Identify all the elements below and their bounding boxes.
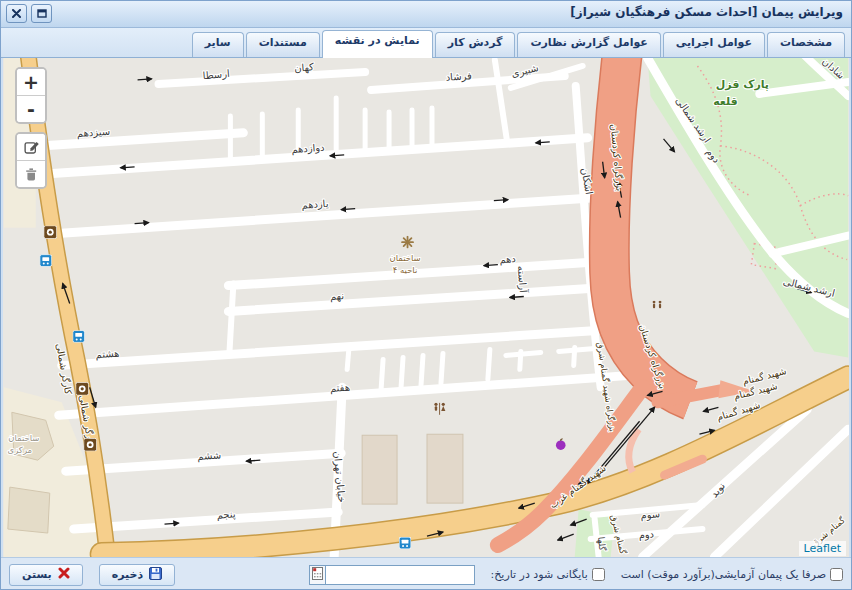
window-controls <box>6 4 52 23</box>
map-label: ناحیه ۴ <box>393 265 418 275</box>
save-button-label: ذخیره <box>112 568 143 581</box>
calendar-icon <box>312 567 323 583</box>
map-label: پارک قزل <box>716 78 769 91</box>
metro-station-icon <box>44 226 57 239</box>
bus-stop-icon <box>399 537 411 549</box>
metro-station-icon <box>76 382 89 395</box>
map-label: آراسته <box>516 265 530 294</box>
trial-contract-label: صرفا یک پیمان آزمایشی(برآورد موقت) است <box>621 568 826 581</box>
trial-contract-checkbox-row[interactable]: صرفا یک پیمان آزمایشی(برآورد موقت) است <box>621 568 843 581</box>
map-label: فرشاد <box>445 70 472 83</box>
archive-date-group <box>309 565 475 585</box>
edit-contract-window: ویرایش پیمان [احداث مسکن فرهنگیان شیراز]… <box>0 0 852 590</box>
tab-item-3[interactable]: گردش کار <box>435 32 516 57</box>
tab-item-1[interactable]: عوامل اجرایی <box>663 32 765 57</box>
map-label: ساختمان <box>389 253 420 263</box>
map-label: دهم <box>499 253 516 266</box>
save-floppy-icon <box>149 567 162 583</box>
metro-station-icon <box>84 438 97 451</box>
zoom-in-button[interactable]: + <box>17 69 45 95</box>
archive-date-label: بایگانی شود در تاریخ: <box>491 568 588 581</box>
map-label: ساختمان <box>8 433 39 443</box>
footer-actions: ذخیره بستن <box>9 564 175 586</box>
archive-date-input[interactable] <box>325 565 475 585</box>
map-canvas[interactable]: سیزدهمدوازدهمیازدهمدهمنهمهشتمهفتمششمپنجم… <box>1 58 851 557</box>
close-window-button[interactable] <box>6 4 27 23</box>
edit-shapes-button[interactable] <box>17 134 45 160</box>
title-bar: ویرایش پیمان [احداث مسکن فرهنگیان شیراز] <box>1 1 851 28</box>
map-label: سوم <box>640 508 661 521</box>
tab-item-6[interactable]: سایر <box>192 32 244 57</box>
map-label: مرکزی <box>8 445 33 455</box>
map-label: گلها <box>596 536 608 552</box>
close-icon <box>12 9 21 18</box>
draw-toolbar <box>15 132 47 189</box>
tab-strip: مشخصاتعوامل اجراییعوامل گزارش نظارتگردش … <box>1 28 851 58</box>
leaflet-map-tiles[interactable]: سیزدهمدوازدهمیازدهمدهمنهمهشتمهفتمششمپنجم… <box>3 58 849 557</box>
close-button[interactable]: بستن <box>9 564 83 586</box>
map-label: ارسطا <box>202 68 230 81</box>
save-button[interactable]: ذخیره <box>99 564 175 586</box>
footer-options: صرفا یک پیمان آزمایشی(برآورد موقت) است ب… <box>309 565 843 585</box>
footer-bar: صرفا یک پیمان آزمایشی(برآورد موقت) است ب… <box>1 557 851 590</box>
bus-stop-icon <box>40 255 52 267</box>
tab-item-5[interactable]: مستندات <box>246 32 320 57</box>
edit-pencil-icon <box>23 139 40 156</box>
close-button-label: بستن <box>22 568 52 581</box>
tab-item-4[interactable]: نمایش در نقشه <box>322 30 433 58</box>
site-marker-icon <box>402 237 413 248</box>
bus-stop-icon <box>73 330 85 342</box>
maximize-icon <box>37 9 47 18</box>
leaflet-attribution-link[interactable]: Leaflet <box>799 541 846 556</box>
map-label: قلعه <box>713 95 738 108</box>
close-x-icon <box>58 567 70 582</box>
zoom-out-button[interactable]: - <box>17 95 45 122</box>
delete-shapes-button[interactable] <box>17 160 45 187</box>
archive-date-checkbox-row[interactable]: بایگانی شود در تاریخ: <box>491 568 605 581</box>
tab-item-2[interactable]: عوامل گزارش نظارت <box>517 32 660 57</box>
page-title: ویرایش پیمان [احداث مسکن فرهنگیان شیراز] <box>570 5 843 19</box>
archive-date-checkbox[interactable] <box>592 568 605 581</box>
maximize-window-button[interactable] <box>31 4 52 23</box>
zoom-control: + - <box>15 67 47 124</box>
calendar-picker-button[interactable] <box>309 565 325 585</box>
trial-contract-checkbox[interactable] <box>830 568 843 581</box>
map-label: نهم <box>330 290 345 303</box>
map-label: دوم <box>638 528 655 541</box>
trash-icon <box>23 166 39 182</box>
tab-item-0[interactable]: مشخصات <box>767 32 845 57</box>
